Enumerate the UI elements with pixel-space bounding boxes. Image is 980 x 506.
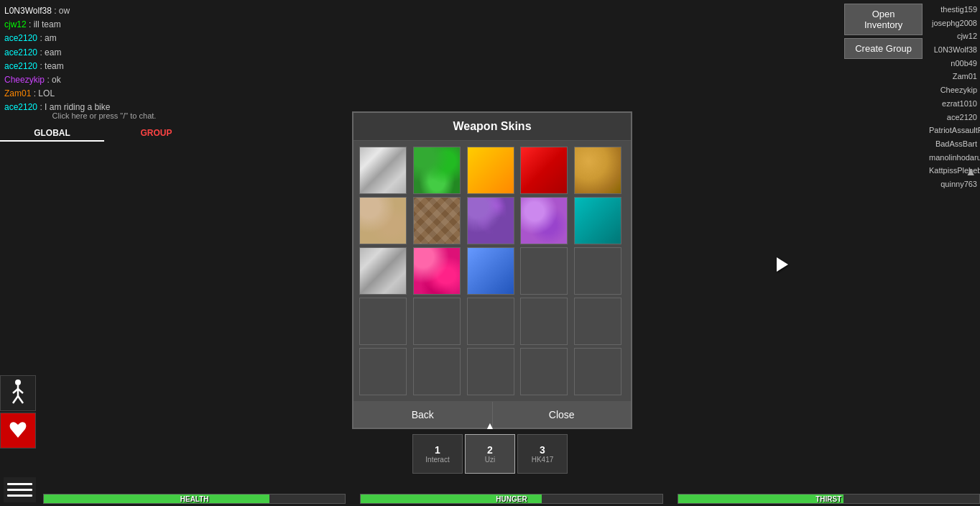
- chat-message-7: Zam01 : LOL: [4, 87, 204, 101]
- skin-slot-sand[interactable]: [359, 197, 407, 244]
- bottom-left-icons: [0, 375, 36, 448]
- skin-slot-marble[interactable]: [359, 147, 407, 194]
- chat-message-1: L0N3Wolf38 : ow: [4, 4, 204, 18]
- skin-slot-pink[interactable]: [413, 247, 461, 295]
- skin-slot-empty-21[interactable]: [359, 348, 407, 395]
- status-bars: HEALTH HUNGER THIRST: [43, 492, 980, 506]
- walking-icon: [0, 375, 36, 411]
- thirst-label: THIRST: [815, 495, 841, 503]
- inventory-slot-2[interactable]: 2 Uzi: [465, 434, 515, 474]
- weapon-skins-modal: Weapon Skins Back Close: [352, 111, 632, 429]
- health-label: HEALTH: [180, 495, 209, 503]
- mouse-cursor: [777, 257, 788, 272]
- menu-line-2: [7, 489, 32, 491]
- skin-slot-orange[interactable]: [467, 147, 514, 194]
- skin-slot-empty-24[interactable]: [520, 348, 568, 395]
- chat-name-5: ace2120: [4, 61, 37, 71]
- open-inventory-button[interactable]: OpenInventory: [844, 4, 923, 35]
- skin-slot-empty-19[interactable]: [520, 298, 568, 345]
- tab-global[interactable]: GLOBAL: [0, 126, 104, 142]
- inventory-arrow-icon: ▲: [485, 420, 495, 431]
- skin-slot-empty-16[interactable]: [359, 298, 407, 345]
- chat-message-2: cjw12 : ill team: [4, 18, 204, 32]
- player-list-item: L0N3Wolf38: [929, 43, 977, 57]
- player-list-item: josephg2008: [929, 17, 977, 30]
- chat-name-1: L0N3Wolf38: [4, 6, 52, 16]
- slots-row: 1 Interact 2 Uzi 3 HK417: [412, 434, 568, 474]
- skin-slot-empty-20[interactable]: [574, 298, 621, 345]
- svg-line-5: [18, 396, 23, 403]
- chat-input-hint[interactable]: Click here or press "/" to chat.: [0, 111, 208, 120]
- skin-slot-empty-18[interactable]: [467, 298, 514, 345]
- chat-name-7: Zam01: [4, 88, 31, 98]
- modal-title: Weapon Skins: [353, 113, 631, 141]
- chat-message-6: Cheezykip : ok: [4, 73, 204, 87]
- menu-line-3: [7, 494, 32, 497]
- skin-slot-empty-23[interactable]: [467, 348, 514, 395]
- chat-name-4: ace2120: [4, 47, 37, 58]
- chat-message-3: ace2120 : am: [4, 32, 204, 45]
- skin-slot-blue[interactable]: [467, 247, 514, 295]
- player-list-item: quinny763: [929, 178, 977, 191]
- skin-slot-purple2[interactable]: [520, 197, 568, 244]
- inventory-slot-1[interactable]: 1 Interact: [412, 434, 463, 474]
- collapse-playerlist-button[interactable]: ▲: [965, 165, 976, 178]
- top-right-buttons: OpenInventory Create Group: [844, 4, 923, 59]
- hunger-bar-bg: HUNGER: [360, 494, 662, 504]
- skin-slot-green-camo[interactable]: [413, 147, 461, 194]
- player-list-item: cjw12: [929, 29, 977, 43]
- skin-slot-empty-25[interactable]: [574, 348, 621, 395]
- player-list-item: PatriotAssaultRifle2: [929, 124, 977, 137]
- chat-area: L0N3Wolf38 : ow cjw12 : ill team ace2120…: [0, 0, 208, 119]
- health-icon: [0, 413, 36, 448]
- skin-slot-red[interactable]: [520, 147, 568, 194]
- skins-grid: [353, 141, 631, 401]
- chat-name-3: ace2120: [4, 33, 37, 43]
- health-bar-fill: [44, 494, 269, 503]
- chat-message-5: ace2120 : team: [4, 60, 204, 73]
- player-list-item: n00b49: [929, 57, 977, 70]
- skin-slot-empty-17[interactable]: [413, 298, 461, 345]
- menu-button[interactable]: [4, 477, 36, 502]
- thirst-bar-group: THIRST: [678, 492, 980, 505]
- player-list-item: BadAssBart: [929, 137, 977, 151]
- player-list-item: ace2120: [929, 111, 977, 124]
- health-bar-group: HEALTH: [43, 492, 346, 505]
- chat-message-4: ace2120 : eam: [4, 46, 204, 60]
- player-list-item: thestig159: [929, 3, 977, 17]
- hunger-label: HUNGER: [496, 495, 527, 503]
- skin-slot-marble2[interactable]: [359, 247, 407, 295]
- hunger-bar-group: HUNGER: [360, 492, 662, 505]
- skin-slot-empty-14[interactable]: [520, 247, 568, 295]
- chat-name-6: Cheezykip: [4, 75, 45, 85]
- health-bar-bg: HEALTH: [43, 494, 346, 504]
- menu-line-1: [7, 483, 32, 485]
- inventory-slot-3[interactable]: 3 HK417: [517, 434, 568, 474]
- chat-name-2: cjw12: [4, 19, 27, 29]
- thirst-bar-bg: THIRST: [678, 494, 980, 504]
- svg-line-4: [13, 396, 18, 403]
- skin-slot-gold[interactable]: [574, 147, 621, 194]
- skin-slot-purple[interactable]: [467, 197, 514, 244]
- player-list-item: Cheezykip: [929, 83, 977, 97]
- skin-slot-teal[interactable]: [574, 197, 621, 244]
- skin-slot-diamond[interactable]: [413, 197, 461, 244]
- player-list-item: Zam01: [929, 70, 977, 83]
- tab-group[interactable]: GROUP: [104, 126, 208, 142]
- player-list-item: ezrat1010: [929, 97, 977, 111]
- chat-tabs: GLOBAL GROUP: [0, 126, 208, 142]
- svg-point-0: [15, 380, 21, 385]
- player-list-item: manolinhodarua: [929, 151, 977, 165]
- create-group-button[interactable]: Create Group: [844, 38, 923, 59]
- skin-slot-empty-22[interactable]: [413, 348, 461, 395]
- inventory-slots: ▲ 1 Interact 2 Uzi 3 HK417: [412, 420, 568, 474]
- skin-slot-empty-15[interactable]: [574, 247, 621, 295]
